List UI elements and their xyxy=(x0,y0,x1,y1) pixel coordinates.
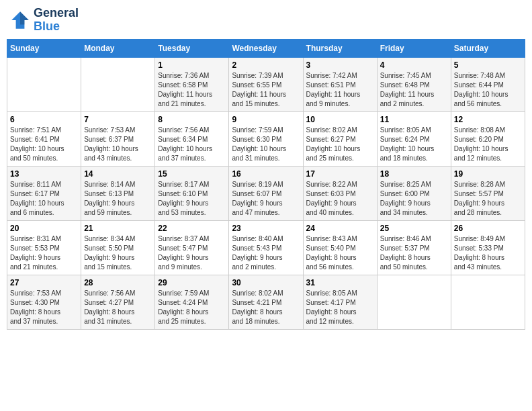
day-number: 6 xyxy=(10,115,78,124)
day-number: 31 xyxy=(306,278,374,287)
calendar-cell: 1Sunrise: 7:36 AM Sunset: 6:58 PM Daylig… xyxy=(155,57,229,111)
day-info: Sunrise: 8:17 AM Sunset: 6:10 PM Dayligh… xyxy=(158,180,226,218)
day-info: Sunrise: 8:28 AM Sunset: 5:57 PM Dayligh… xyxy=(454,180,522,218)
calendar-cell: 11Sunrise: 8:05 AM Sunset: 6:24 PM Dayli… xyxy=(377,111,451,166)
calendar-cell: 8Sunrise: 7:56 AM Sunset: 6:34 PM Daylig… xyxy=(155,111,229,166)
logo-text: General Blue xyxy=(34,7,79,34)
day-info: Sunrise: 7:59 AM Sunset: 6:30 PM Dayligh… xyxy=(232,126,300,163)
day-header-monday: Monday xyxy=(81,39,155,57)
svg-marker-1 xyxy=(20,11,29,24)
day-number: 11 xyxy=(380,115,448,124)
day-info: Sunrise: 8:34 AM Sunset: 5:50 PM Dayligh… xyxy=(84,234,152,272)
day-number: 16 xyxy=(232,169,300,179)
day-number: 22 xyxy=(158,224,226,233)
calendar-week-4: 20Sunrise: 8:31 AM Sunset: 5:53 PM Dayli… xyxy=(7,220,525,275)
day-info: Sunrise: 8:25 AM Sunset: 6:00 PM Dayligh… xyxy=(380,180,448,218)
calendar-cell: 3Sunrise: 7:42 AM Sunset: 6:51 PM Daylig… xyxy=(303,57,377,111)
day-header-tuesday: Tuesday xyxy=(155,39,229,57)
day-number: 4 xyxy=(380,60,448,70)
calendar-cell: 2Sunrise: 7:39 AM Sunset: 6:55 PM Daylig… xyxy=(229,57,303,111)
calendar-table: SundayMondayTuesdayWednesdayThursdayFrid… xyxy=(7,39,525,330)
calendar-cell: 21Sunrise: 8:34 AM Sunset: 5:50 PM Dayli… xyxy=(81,220,155,275)
day-number: 7 xyxy=(84,115,152,124)
day-number: 13 xyxy=(10,169,78,179)
day-info: Sunrise: 7:48 AM Sunset: 6:44 PM Dayligh… xyxy=(454,71,522,109)
day-info: Sunrise: 7:42 AM Sunset: 6:51 PM Dayligh… xyxy=(306,71,374,109)
day-header-thursday: Thursday xyxy=(303,39,377,57)
day-info: Sunrise: 8:31 AM Sunset: 5:53 PM Dayligh… xyxy=(10,234,78,272)
day-number: 15 xyxy=(158,169,226,179)
calendar-cell: 20Sunrise: 8:31 AM Sunset: 5:53 PM Dayli… xyxy=(7,220,81,275)
calendar-week-5: 27Sunrise: 7:53 AM Sunset: 4:30 PM Dayli… xyxy=(7,275,525,329)
calendar-cell: 16Sunrise: 8:19 AM Sunset: 6:07 PM Dayli… xyxy=(229,166,303,220)
day-info: Sunrise: 8:43 AM Sunset: 5:40 PM Dayligh… xyxy=(306,234,374,272)
day-info: Sunrise: 7:59 AM Sunset: 4:24 PM Dayligh… xyxy=(158,289,226,326)
calendar-cell xyxy=(7,57,81,111)
page-header: General Blue xyxy=(7,7,525,34)
calendar-cell: 19Sunrise: 8:28 AM Sunset: 5:57 PM Dayli… xyxy=(451,166,525,220)
day-info: Sunrise: 8:05 AM Sunset: 4:17 PM Dayligh… xyxy=(306,289,374,326)
day-header-sunday: Sunday xyxy=(7,39,81,57)
calendar-week-2: 6Sunrise: 7:51 AM Sunset: 6:41 PM Daylig… xyxy=(7,111,525,166)
day-info: Sunrise: 7:36 AM Sunset: 6:58 PM Dayligh… xyxy=(158,71,226,109)
day-info: Sunrise: 7:53 AM Sunset: 4:30 PM Dayligh… xyxy=(10,289,78,326)
day-number: 30 xyxy=(232,278,300,287)
calendar-cell: 4Sunrise: 7:45 AM Sunset: 6:48 PM Daylig… xyxy=(377,57,451,111)
day-number: 5 xyxy=(454,60,522,70)
calendar-cell: 14Sunrise: 8:14 AM Sunset: 6:13 PM Dayli… xyxy=(81,166,155,220)
day-info: Sunrise: 8:02 AM Sunset: 4:21 PM Dayligh… xyxy=(232,289,300,326)
day-number: 3 xyxy=(306,60,374,70)
day-info: Sunrise: 8:49 AM Sunset: 5:33 PM Dayligh… xyxy=(454,234,522,272)
day-number: 8 xyxy=(158,115,226,124)
calendar-cell: 23Sunrise: 8:40 AM Sunset: 5:43 PM Dayli… xyxy=(229,220,303,275)
calendar-cell: 7Sunrise: 7:53 AM Sunset: 6:37 PM Daylig… xyxy=(81,111,155,166)
calendar-cell: 30Sunrise: 8:02 AM Sunset: 4:21 PM Dayli… xyxy=(229,275,303,329)
day-number: 26 xyxy=(454,224,522,233)
day-number: 18 xyxy=(380,169,448,179)
day-info: Sunrise: 8:40 AM Sunset: 5:43 PM Dayligh… xyxy=(232,234,300,272)
calendar-cell xyxy=(377,275,451,329)
day-number: 28 xyxy=(84,278,152,287)
calendar-week-1: 1Sunrise: 7:36 AM Sunset: 6:58 PM Daylig… xyxy=(7,57,525,111)
logo-icon xyxy=(9,9,31,31)
day-info: Sunrise: 8:14 AM Sunset: 6:13 PM Dayligh… xyxy=(84,180,152,218)
calendar-cell: 25Sunrise: 8:46 AM Sunset: 5:37 PM Dayli… xyxy=(377,220,451,275)
calendar-header-row: SundayMondayTuesdayWednesdayThursdayFrid… xyxy=(7,39,525,57)
day-header-wednesday: Wednesday xyxy=(229,39,303,57)
day-info: Sunrise: 8:08 AM Sunset: 6:20 PM Dayligh… xyxy=(454,126,522,163)
day-number: 19 xyxy=(454,169,522,179)
day-number: 14 xyxy=(84,169,152,179)
day-info: Sunrise: 7:53 AM Sunset: 6:37 PM Dayligh… xyxy=(84,126,152,163)
logo: General Blue xyxy=(9,7,79,34)
calendar-cell: 26Sunrise: 8:49 AM Sunset: 5:33 PM Dayli… xyxy=(451,220,525,275)
calendar-cell: 15Sunrise: 8:17 AM Sunset: 6:10 PM Dayli… xyxy=(155,166,229,220)
calendar-cell: 29Sunrise: 7:59 AM Sunset: 4:24 PM Dayli… xyxy=(155,275,229,329)
day-number: 1 xyxy=(158,60,226,70)
day-info: Sunrise: 7:51 AM Sunset: 6:41 PM Dayligh… xyxy=(10,126,78,163)
day-number: 21 xyxy=(84,224,152,233)
day-number: 24 xyxy=(306,224,374,233)
calendar-cell: 17Sunrise: 8:22 AM Sunset: 6:03 PM Dayli… xyxy=(303,166,377,220)
day-number: 29 xyxy=(158,278,226,287)
day-info: Sunrise: 7:39 AM Sunset: 6:55 PM Dayligh… xyxy=(232,71,300,109)
calendar-cell: 12Sunrise: 8:08 AM Sunset: 6:20 PM Dayli… xyxy=(451,111,525,166)
day-number: 23 xyxy=(232,224,300,233)
calendar-cell xyxy=(451,275,525,329)
day-info: Sunrise: 8:05 AM Sunset: 6:24 PM Dayligh… xyxy=(380,126,448,163)
day-info: Sunrise: 8:11 AM Sunset: 6:17 PM Dayligh… xyxy=(10,180,78,218)
calendar-cell: 6Sunrise: 7:51 AM Sunset: 6:41 PM Daylig… xyxy=(7,111,81,166)
day-header-friday: Friday xyxy=(377,39,451,57)
calendar-cell: 22Sunrise: 8:37 AM Sunset: 5:47 PM Dayli… xyxy=(155,220,229,275)
day-info: Sunrise: 8:22 AM Sunset: 6:03 PM Dayligh… xyxy=(306,180,374,218)
calendar-week-3: 13Sunrise: 8:11 AM Sunset: 6:17 PM Dayli… xyxy=(7,166,525,220)
day-number: 27 xyxy=(10,278,78,287)
day-info: Sunrise: 8:37 AM Sunset: 5:47 PM Dayligh… xyxy=(158,234,226,272)
calendar-cell: 5Sunrise: 7:48 AM Sunset: 6:44 PM Daylig… xyxy=(451,57,525,111)
day-info: Sunrise: 7:56 AM Sunset: 4:27 PM Dayligh… xyxy=(84,289,152,326)
calendar-cell: 9Sunrise: 7:59 AM Sunset: 6:30 PM Daylig… xyxy=(229,111,303,166)
day-number: 12 xyxy=(454,115,522,124)
day-info: Sunrise: 8:19 AM Sunset: 6:07 PM Dayligh… xyxy=(232,180,300,218)
calendar-cell: 28Sunrise: 7:56 AM Sunset: 4:27 PM Dayli… xyxy=(81,275,155,329)
day-number: 9 xyxy=(232,115,300,124)
day-number: 2 xyxy=(232,60,300,70)
